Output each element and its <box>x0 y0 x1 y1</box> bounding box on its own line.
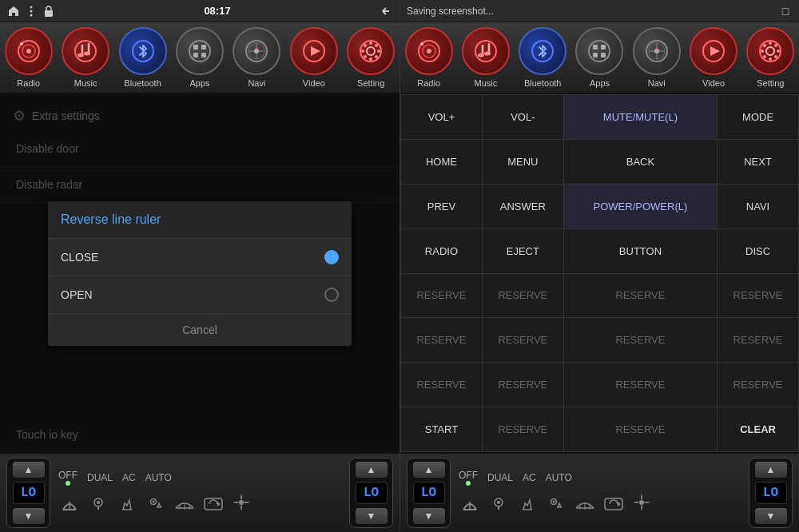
feet-vent-icon[interactable] <box>116 493 138 515</box>
nav-item-music[interactable]: Music <box>62 27 109 88</box>
right-fan-windshield-icon[interactable] <box>459 493 481 515</box>
grid-cell-1-0[interactable]: HOME <box>401 139 483 184</box>
nav-item-setting[interactable]: Setting <box>347 27 395 88</box>
svg-marker-48 <box>217 502 221 506</box>
right-temp-up-left[interactable]: ▲ <box>356 462 388 478</box>
nav-item-navi[interactable]: Navi <box>233 27 280 88</box>
grid-cell-3-2[interactable]: BUTTON <box>563 228 717 273</box>
grid-cell-5-0[interactable]: RESERVE <box>401 318 483 363</box>
grid-cell-2-2[interactable]: POWER/POWER(L) <box>563 184 717 228</box>
left-climate-controls: OFF DUAL AC AUTO <box>55 468 344 518</box>
lock-icon[interactable] <box>42 4 56 18</box>
grid-cell-4-1[interactable]: RESERVE <box>482 273 563 318</box>
apps-nav-icon <box>176 27 224 75</box>
left-temp-up[interactable]: ▲ <box>13 462 45 478</box>
grid-cell-6-2[interactable]: RESERVE <box>563 363 717 407</box>
face-vent-icon[interactable] <box>87 493 109 515</box>
auto-label[interactable]: AUTO <box>145 472 172 483</box>
right-combined-vent-icon[interactable] <box>545 493 567 515</box>
right-navi-label: Navi <box>648 78 666 88</box>
svg-point-76 <box>763 44 766 47</box>
grid-cell-7-1[interactable]: RESERVE <box>482 407 563 452</box>
right-right-temp-up[interactable]: ▲ <box>755 462 787 478</box>
svg-marker-23 <box>311 46 320 56</box>
grid-cell-5-2[interactable]: RESERVE <box>563 318 717 363</box>
dual-label[interactable]: DUAL <box>87 472 113 483</box>
grid-cell-7-0[interactable]: START <box>401 407 483 452</box>
grid-cell-4-3[interactable]: RESERVE <box>718 273 799 318</box>
svg-point-73 <box>769 58 772 61</box>
right-off-label[interactable]: OFF <box>459 470 478 486</box>
dialog-cancel-button[interactable]: Cancel <box>48 314 352 346</box>
menu-icon[interactable] <box>24 4 38 18</box>
left-temp-down[interactable]: ▼ <box>13 508 45 524</box>
right-ac-label[interactable]: AC <box>523 472 536 483</box>
right-left-temp-up[interactable]: ▲ <box>413 462 445 478</box>
grid-cell-1-1[interactable]: MENU <box>482 139 563 184</box>
grid-cell-4-0[interactable]: RESERVE <box>401 273 483 318</box>
grid-cell-6-1[interactable]: RESERVE <box>482 363 563 407</box>
back-icon[interactable] <box>379 4 393 18</box>
right-temp-control-left: ▲ LO ▼ <box>349 458 393 528</box>
right-auto-label[interactable]: AUTO <box>546 472 572 483</box>
right-nav-item-video[interactable]: Video <box>690 27 737 88</box>
right-recirculate-icon[interactable] <box>602 493 625 515</box>
combined-vent-icon[interactable] <box>145 493 167 515</box>
grid-cell-1-2[interactable]: BACK <box>563 139 717 184</box>
svg-point-12 <box>189 41 210 62</box>
right-dual-label[interactable]: DUAL <box>487 472 513 483</box>
grid-cell-6-0[interactable]: RESERVE <box>401 363 483 407</box>
right-nav-item-navi[interactable]: Navi <box>633 27 681 88</box>
grid-cell-0-0[interactable]: VOL+ <box>401 95 483 140</box>
dialog-box: Reverse line ruler CLOSE OPEN Cancel <box>48 201 352 346</box>
grid-cell-5-3[interactable]: RESERVE <box>718 318 799 363</box>
home-icon[interactable] <box>6 4 21 18</box>
right-left-temp-down[interactable]: ▼ <box>413 508 445 524</box>
svg-point-37 <box>97 501 100 504</box>
grid-cell-7-3[interactable]: CLEAR <box>718 407 799 452</box>
grid-cell-3-0[interactable]: RADIO <box>401 228 483 273</box>
right-right-temp-down[interactable]: ▼ <box>755 508 787 524</box>
fan-speed-icon[interactable] <box>231 492 252 517</box>
grid-cell-0-2[interactable]: MUTE/MUTE(L) <box>563 95 717 140</box>
off-label[interactable]: OFF <box>58 470 78 486</box>
right-face-vent-icon[interactable] <box>487 493 510 515</box>
grid-cell-0-1[interactable]: VOL- <box>482 95 563 140</box>
grid-cell-3-1[interactable]: EJECT <box>482 228 563 273</box>
nav-item-radio[interactable]: Radio <box>5 27 53 88</box>
right-nav-item-music[interactable]: Music <box>462 27 510 88</box>
grid-cell-2-1[interactable]: ANSWER <box>482 184 563 228</box>
svg-point-83 <box>497 501 500 504</box>
grid-cell-2-0[interactable]: PREV <box>401 184 483 228</box>
nav-item-bluetooth[interactable]: Bluetooth <box>119 27 167 88</box>
grid-cell-4-2[interactable]: RESERVE <box>563 273 717 318</box>
right-nav-item-apps[interactable]: Apps <box>575 27 623 88</box>
ac-label[interactable]: AC <box>122 472 136 483</box>
square-icon[interactable]: □ <box>778 4 793 18</box>
right-nav-item-bluetooth[interactable]: Bluetooth <box>519 27 566 88</box>
grid-cell-2-3[interactable]: NAVI <box>718 184 799 228</box>
fan-windshield-icon[interactable] <box>58 493 81 515</box>
grid-cell-3-3[interactable]: DISC <box>718 228 799 273</box>
grid-cell-1-3[interactable]: NEXT <box>718 139 799 184</box>
right-nav-item-setting[interactable]: Setting <box>746 27 794 88</box>
grid-cell-7-2[interactable]: RESERVE <box>563 407 717 452</box>
nav-item-video[interactable]: Video <box>290 27 338 88</box>
grid-cell-0-3[interactable]: MODE <box>718 95 799 140</box>
nav-item-apps[interactable]: Apps <box>176 27 224 88</box>
grid-cell-6-3[interactable]: RESERVE <box>718 363 799 407</box>
recirculate-icon[interactable] <box>202 493 225 515</box>
right-nav-item-radio[interactable]: Radio <box>405 27 453 88</box>
radio-open-empty <box>324 288 339 302</box>
right-panel: Saving screenshot... □ Radio <box>400 0 799 532</box>
dialog-option-close[interactable]: CLOSE <box>48 239 352 276</box>
right-temp-down-left[interactable]: ▼ <box>356 508 388 524</box>
right-feet-vent-icon[interactable] <box>516 493 539 515</box>
dialog-option-open[interactable]: OPEN <box>48 276 352 314</box>
grid-cell-5-1[interactable]: RESERVE <box>482 318 563 363</box>
rear-defrost-icon[interactable] <box>173 493 196 515</box>
status-time: 08:17 <box>204 5 230 17</box>
svg-rect-16 <box>201 53 206 58</box>
right-rear-defrost-icon[interactable] <box>574 493 596 515</box>
right-fan-speed-icon[interactable] <box>631 492 652 517</box>
